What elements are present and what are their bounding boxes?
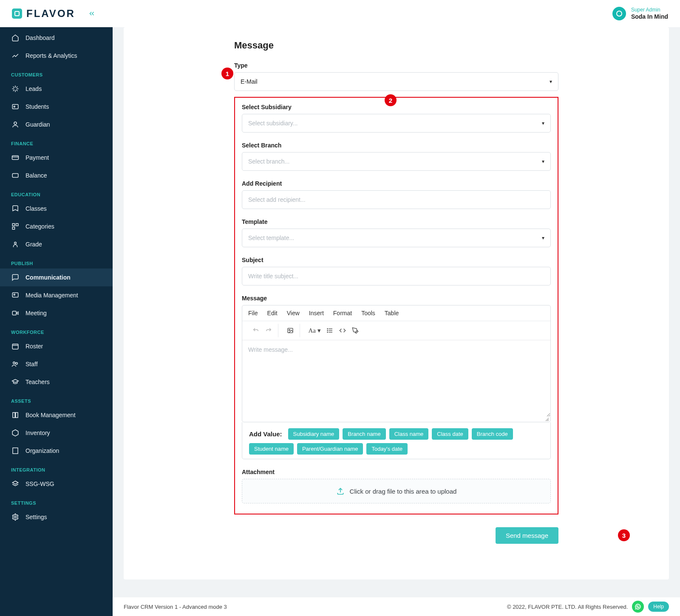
message-editor: File Edit View Insert Format Tools Table (242, 305, 551, 422)
chip-today-date[interactable]: Today's date (366, 443, 408, 455)
editor-toolbar: Aa ▾ (242, 321, 550, 340)
sidebar-collapse-icon[interactable] (88, 10, 96, 17)
brand-logo[interactable]: FLAVOR (12, 8, 75, 20)
sidebar-item-inventory[interactable]: Inventory (0, 424, 113, 442)
editor-menu-edit[interactable]: Edit (267, 310, 278, 316)
message-body[interactable]: Write message... (242, 340, 550, 417)
wallet-icon (11, 171, 20, 180)
sidebar-item-roster[interactable]: Roster (0, 337, 113, 355)
font-icon[interactable]: Aa ▾ (306, 325, 323, 336)
chevron-down-icon: ▾ (542, 120, 544, 126)
chip-student-name[interactable]: Student name (249, 443, 294, 455)
sidebar-item-label: Meeting (26, 310, 47, 316)
add-value-label: Add Value: (249, 430, 282, 438)
sidebar-item-guardian[interactable]: Guardian (0, 116, 113, 133)
id-icon (11, 102, 20, 111)
editor-menu-tools[interactable]: Tools (361, 310, 375, 316)
sidebar-item-payment[interactable]: Payment (0, 149, 113, 167)
editor-menu-view[interactable]: View (287, 310, 300, 316)
list-icon[interactable] (324, 325, 336, 336)
chip-branch-name[interactable]: Branch name (343, 428, 385, 440)
annotation-badge-3: 3 (618, 529, 630, 541)
editor-resize-handle[interactable] (242, 417, 550, 422)
sidebar-item-classes[interactable]: Classes (0, 200, 113, 218)
sidebar-item-label: Classes (26, 205, 47, 212)
sidebar-item-label: Reports & Analytics (26, 52, 77, 59)
attachment-upload[interactable]: Click or drag file to this area to uploa… (242, 479, 551, 503)
sidebar-section-education: EDUCATION (0, 184, 113, 200)
send-row: Send message 3 (234, 527, 558, 544)
brand-logo-text: FLAVOR (26, 8, 75, 20)
footer-right: © 2022, FLAVOR PTE. LTD. All Rights Rese… (507, 604, 628, 610)
svg-rect-3 (12, 156, 19, 160)
user-role: Super Admin (631, 7, 668, 13)
whatsapp-icon[interactable] (632, 601, 644, 613)
undo-icon[interactable] (250, 325, 262, 336)
sidebar-item-communication[interactable]: Communication (0, 268, 113, 286)
svg-rect-14 (12, 344, 18, 349)
editor-menu-file[interactable]: File (248, 310, 258, 316)
sidebar-item-students[interactable]: Students (0, 98, 113, 116)
chip-parent-name[interactable]: Parent/Guardian name (297, 443, 363, 455)
sidebar-item-meeting[interactable]: Meeting (0, 304, 113, 322)
sidebar-item-organization[interactable]: Organization (0, 442, 113, 460)
sidebar-item-label: Staff (26, 361, 38, 367)
redo-icon[interactable] (263, 325, 275, 336)
highlight-icon[interactable] (349, 325, 361, 336)
user-name: Soda In Mind (631, 13, 668, 20)
sidebar-item-book[interactable]: Book Management (0, 406, 113, 424)
sidebar-item-categories[interactable]: Categories (0, 218, 113, 235)
sidebar: Dashboard Reports & Analytics CUSTOMERS … (0, 27, 113, 616)
svg-point-9 (14, 242, 17, 244)
message-label: Message (242, 295, 551, 302)
subject-label: Subject (242, 257, 551, 263)
subject-input[interactable] (242, 267, 551, 285)
sidebar-item-grade[interactable]: Grade (0, 235, 113, 253)
sidebar-item-dashboard[interactable]: Dashboard (0, 29, 113, 47)
editor-menu-format[interactable]: Format (333, 310, 352, 316)
code-icon[interactable] (337, 325, 348, 336)
branch-placeholder: Select branch... (248, 158, 289, 165)
sidebar-item-leads[interactable]: Leads (0, 80, 113, 98)
svg-rect-5 (12, 174, 18, 178)
template-select[interactable]: Select template... ▾ (242, 229, 551, 247)
svg-point-17 (16, 362, 18, 365)
sidebar-item-balance[interactable]: Balance (0, 167, 113, 184)
branch-label: Select Branch (242, 142, 551, 149)
sidebar-item-label: Organization (26, 447, 59, 454)
chart-icon (11, 51, 20, 60)
page-title: Message (234, 40, 558, 51)
sidebar-item-ssg[interactable]: SSG-WSG (0, 475, 113, 493)
video-icon (11, 309, 20, 317)
editor-menu-table[interactable]: Table (385, 310, 399, 316)
branch-select[interactable]: Select branch... ▾ (242, 152, 551, 171)
sidebar-item-label: Communication (26, 274, 71, 281)
svg-point-29 (327, 332, 328, 332)
org-icon (11, 446, 20, 455)
help-button[interactable]: Help (648, 602, 669, 612)
add-value-row: Add Value: Subsidiary name Branch name C… (242, 422, 551, 459)
svg-rect-7 (16, 223, 18, 226)
image-icon[interactable] (284, 325, 296, 336)
svg-point-11 (14, 294, 15, 295)
sidebar-item-teachers[interactable]: Teachers (0, 373, 113, 391)
stack-icon (11, 480, 20, 488)
upload-icon (336, 487, 345, 495)
chip-class-name[interactable]: Class name (389, 428, 429, 440)
recipient-input[interactable] (242, 190, 551, 209)
chip-branch-code[interactable]: Branch code (472, 428, 513, 440)
sidebar-item-reports[interactable]: Reports & Analytics (0, 47, 113, 65)
type-select[interactable]: E-Mail ▾ (234, 72, 558, 91)
sidebar-item-settings[interactable]: Settings (0, 508, 113, 526)
avatar (612, 7, 626, 20)
sidebar-item-staff[interactable]: Staff (0, 355, 113, 373)
chip-subsidiary[interactable]: Subsidiary name (288, 428, 340, 440)
send-button[interactable]: Send message (496, 527, 558, 544)
subsidiary-select[interactable]: Select subsidiary... ▾ (242, 114, 551, 133)
editor-menu-insert[interactable]: Insert (309, 310, 324, 316)
chip-class-date[interactable]: Class date (432, 428, 468, 440)
header-user[interactable]: Super Admin Soda In Mind (612, 7, 668, 20)
svg-rect-18 (13, 448, 18, 454)
sidebar-item-label: Grade (26, 241, 42, 248)
sidebar-item-media[interactable]: Media Management (0, 286, 113, 304)
